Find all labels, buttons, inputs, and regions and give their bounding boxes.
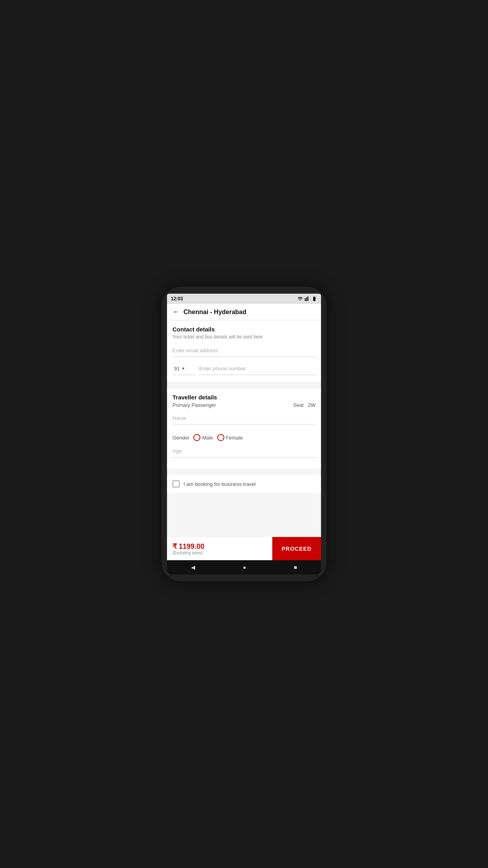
gender-female-label: Female — [226, 435, 243, 441]
status-bar: 12:03 — [167, 294, 321, 304]
wifi-icon — [297, 296, 303, 302]
phone-row: 91 ▼ — [172, 362, 316, 375]
main-content: Contact details Your ticket and bus deta… — [167, 320, 321, 537]
contact-details-subtitle: Your ticket and bus details will be sent… — [172, 334, 316, 340]
business-travel-row: I am booking for business travel — [167, 475, 321, 493]
gender-female-option[interactable]: Female — [217, 434, 243, 441]
traveller-details-title: Traveller details — [172, 394, 316, 401]
traveller-details-section: Traveller details Primary Passenger Seat… — [167, 388, 321, 469]
nav-back-button[interactable]: ◀ — [191, 564, 195, 570]
contact-details-section: Contact details Your ticket and bus deta… — [167, 320, 321, 382]
bottom-bar: ₹ 1199.00 (Excluding taxes) PROCEED — [167, 537, 321, 560]
status-time: 12:03 — [171, 296, 183, 302]
country-code-selector[interactable]: 91 ▼ — [172, 362, 196, 375]
signal-icon — [305, 296, 310, 302]
nav-home-button[interactable]: ● — [243, 564, 246, 570]
country-code-value: 91 — [174, 366, 180, 371]
nav-recent-button[interactable]: ■ — [294, 564, 297, 570]
business-travel-checkbox[interactable] — [172, 480, 180, 487]
passenger-label: Primary Passenger — [172, 402, 216, 408]
price-section: ₹ 1199.00 (Excluding taxes) — [167, 537, 272, 560]
gender-row: Gender Male Female — [172, 434, 316, 441]
toolbar: ← Chennai - Hyderabad — [167, 304, 321, 320]
status-icons — [297, 296, 317, 302]
price-symbol: ₹ — [172, 542, 177, 550]
divider-2 — [167, 472, 321, 475]
email-input[interactable] — [172, 344, 316, 357]
gender-female-radio[interactable] — [217, 434, 224, 441]
divider-1 — [167, 385, 321, 388]
android-nav-bar: ◀ ● ■ — [167, 560, 321, 574]
seat-value: 2W — [308, 402, 316, 408]
gender-label: Gender — [172, 435, 189, 441]
battery-icon — [312, 296, 317, 302]
phone-screen: 12:03 ← Chennai - Hyderabad Contact deta… — [167, 294, 321, 574]
name-input[interactable] — [172, 412, 316, 425]
proceed-button[interactable]: PROCEED — [272, 537, 321, 560]
price-tax: (Excluding taxes) — [172, 551, 267, 555]
gender-male-option[interactable]: Male — [193, 434, 213, 441]
contact-details-title: Contact details — [172, 326, 316, 333]
divider-3 — [167, 493, 321, 496]
seat-info: Seat 2W — [293, 402, 316, 408]
traveller-header: Primary Passenger Seat 2W — [172, 402, 316, 408]
business-travel-label: I am booking for business travel — [183, 481, 256, 487]
age-input[interactable] — [172, 445, 316, 458]
phone-frame: 12:03 ← Chennai - Hyderabad Contact deta… — [161, 287, 327, 581]
price-value: 1199.00 — [179, 542, 204, 550]
gender-male-radio[interactable] — [193, 434, 200, 441]
back-button[interactable]: ← — [172, 308, 180, 316]
page-title: Chennai - Hyderabad — [183, 309, 246, 316]
chevron-down-icon: ▼ — [181, 366, 185, 371]
seat-label: Seat — [293, 402, 304, 408]
phone-input[interactable] — [199, 362, 316, 375]
gender-male-label: Male — [202, 435, 213, 441]
price-amount: ₹ 1199.00 — [172, 542, 267, 551]
